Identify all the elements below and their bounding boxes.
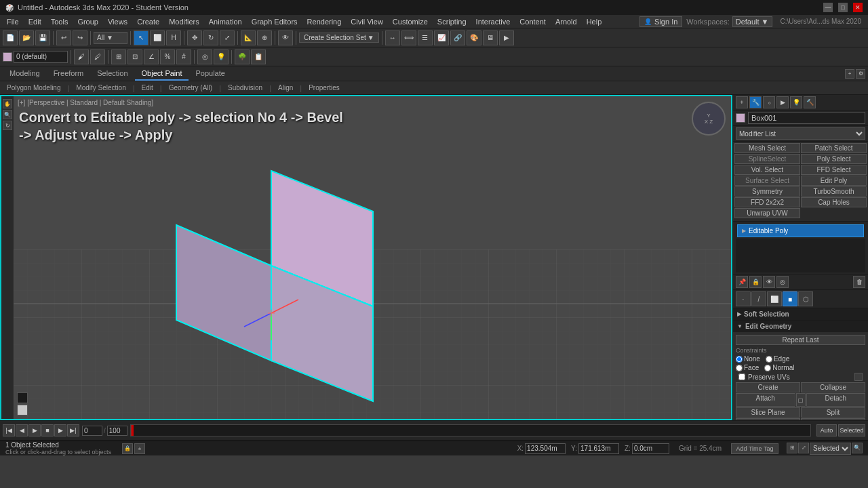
edit-poly-btn[interactable]: Edit Poly: [801, 176, 867, 186]
unwrap-uvw-btn[interactable]: Unwrap UVW: [734, 208, 800, 218]
menu-customize[interactable]: Customize: [389, 16, 432, 27]
next-frame-btn[interactable]: ▶: [54, 424, 66, 436]
editable-poly-modifier[interactable]: ▶ Editable Poly: [737, 224, 864, 237]
selection-type-dropdown[interactable]: Selected: [810, 443, 851, 455]
border-icon[interactable]: ⬜: [767, 291, 782, 306]
zoom-btn[interactable]: 🔍: [3, 110, 12, 119]
new-file-btn[interactable]: 📄: [3, 30, 18, 45]
select-by-name-btn[interactable]: H: [166, 30, 181, 45]
menu-tools[interactable]: Tools: [47, 16, 73, 27]
redo-btn[interactable]: ↪: [73, 30, 87, 45]
minimize-btn[interactable]: —: [823, 3, 833, 12]
subtool-subdivision[interactable]: Subdivision: [224, 83, 267, 92]
align-btn[interactable]: ⟺: [401, 30, 416, 45]
open-file-btn[interactable]: 📂: [19, 30, 34, 45]
object-color-swatch[interactable]: [3, 52, 12, 62]
pin-stack-btn[interactable]: 📌: [736, 276, 748, 288]
select-region-btn[interactable]: ⬜: [150, 30, 165, 45]
save-file-btn[interactable]: 💾: [35, 30, 50, 45]
paint-deform-btn[interactable]: 🖌: [74, 49, 89, 64]
surface-select-btn[interactable]: Surface Select: [734, 176, 800, 186]
mirror-btn[interactable]: ↔: [385, 30, 400, 45]
paint-sel-btn[interactable]: 🖊: [90, 49, 105, 64]
attach-options-btn[interactable]: □: [796, 393, 806, 407]
subtool-geometry[interactable]: Geometry (All): [165, 83, 216, 92]
workspace-dropdown[interactable]: Default ▼: [732, 16, 772, 27]
select-btn[interactable]: ↖: [134, 30, 149, 45]
curve-editor-btn[interactable]: 📈: [434, 30, 449, 45]
auto-key-btn[interactable]: Auto: [816, 424, 837, 436]
subtool-align[interactable]: Align: [274, 83, 297, 92]
mod-color-swatch[interactable]: [736, 113, 745, 123]
time-tag-btn[interactable]: Add Time Tag: [731, 443, 778, 454]
tab-selection[interactable]: Selection: [90, 67, 134, 81]
subtool-modify-selection[interactable]: Modify Selection: [72, 83, 130, 92]
menu-interactive[interactable]: Interactive: [472, 16, 515, 27]
menu-graph-editors[interactable]: Graph Editors: [248, 16, 302, 27]
subtool-polygon-modeling[interactable]: Polygon Modeling: [3, 83, 65, 92]
menu-help[interactable]: Help: [583, 16, 606, 27]
display-panel-btn[interactable]: 💡: [790, 96, 802, 108]
tab-modeling[interactable]: Modeling: [3, 67, 47, 81]
vol-select-btn[interactable]: Vol. Select: [734, 165, 800, 175]
modifier-list-dropdown[interactable]: Modifier List: [736, 127, 865, 140]
collapse-btn[interactable]: Collapse: [801, 382, 865, 392]
menu-modifiers[interactable]: Modifiers: [165, 16, 203, 27]
utilities-panel-btn[interactable]: 🔨: [804, 96, 816, 108]
go-start-btn[interactable]: |◀: [3, 424, 15, 436]
ffd-2x2x2-btn[interactable]: FFD 2x2x2: [734, 197, 800, 207]
spline-select-btn[interactable]: SplineSelect: [734, 154, 800, 164]
rotate-btn[interactable]: ↻: [203, 30, 218, 45]
spinner-snap-btn[interactable]: #: [176, 49, 191, 64]
slice-plane-btn[interactable]: Slice Plane: [736, 407, 800, 418]
edge-icon[interactable]: /: [751, 291, 766, 306]
timeline-track[interactable]: [130, 424, 811, 436]
navigation-gizmo[interactable]: Y X Z: [692, 102, 726, 136]
turbosmooth-btn[interactable]: TurboSmooth: [801, 186, 867, 197]
soft-selection-title[interactable]: ▶ Soft Selection: [733, 308, 868, 320]
lock-stack-btn[interactable]: 🔒: [749, 276, 762, 288]
maximize-btn[interactable]: □: [838, 3, 848, 12]
lock-icon[interactable]: 🔒: [122, 443, 133, 454]
mod-name-input[interactable]: [748, 112, 865, 124]
reset-plane-btn[interactable]: Reset Plane: [801, 418, 865, 420]
edit-geometry-title[interactable]: ▼ Edit Geometry: [733, 321, 868, 332]
menu-edit[interactable]: Edit: [24, 16, 45, 27]
create-btn[interactable]: Create: [736, 382, 800, 392]
scale-btn[interactable]: ⤢: [220, 30, 235, 45]
split-btn[interactable]: Split: [801, 407, 865, 418]
go-end-btn[interactable]: ▶|: [67, 424, 79, 436]
orbit-btn[interactable]: ↻: [3, 121, 12, 130]
set-key-btn[interactable]: Selected: [838, 424, 865, 436]
mesh-select-btn[interactable]: Mesh Select: [734, 143, 800, 153]
menu-content[interactable]: Content: [515, 16, 550, 27]
scene-explorer-btn[interactable]: 🌳: [235, 49, 250, 64]
maximize-viewport-btn[interactable]: ⊞: [787, 443, 797, 453]
motion-panel-btn[interactable]: ▶: [776, 96, 789, 108]
menu-views[interactable]: Views: [104, 16, 132, 27]
tab-freeform[interactable]: Freeform: [47, 67, 91, 81]
background-swatch[interactable]: [17, 405, 28, 415]
move-btn[interactable]: ✥: [187, 30, 202, 45]
constraint-face[interactable]: Face: [736, 364, 759, 371]
patch-select-btn[interactable]: Patch Select: [801, 143, 867, 153]
menu-file[interactable]: File: [3, 16, 23, 27]
menu-scripting[interactable]: Scripting: [433, 16, 471, 27]
create-panel-btn[interactable]: +: [736, 96, 748, 108]
hierarchy-panel-btn[interactable]: ⬦: [763, 96, 775, 108]
close-btn[interactable]: ✕: [853, 3, 863, 12]
coord-y-input[interactable]: [578, 443, 619, 454]
cap-holes-btn[interactable]: Cap Holes: [801, 197, 867, 207]
poly-select-btn[interactable]: Poly Select: [801, 154, 867, 164]
subtool-edit[interactable]: Edit: [138, 83, 157, 92]
view-btn[interactable]: 👁: [278, 30, 293, 45]
preserve-uvs-checkbox[interactable]: [738, 373, 745, 380]
coord-x-input[interactable]: [525, 443, 566, 454]
signin-btn[interactable]: 👤 Sign In: [639, 16, 682, 27]
angle-snap-btn[interactable]: ∠: [144, 49, 159, 64]
slice-btn[interactable]: Slice: [736, 418, 800, 420]
symmetry-btn[interactable]: Symmetry: [734, 186, 800, 197]
attach-btn[interactable]: Attach: [736, 393, 795, 407]
snap-3d-btn[interactable]: ⊡: [127, 49, 142, 64]
constraint-edge[interactable]: Edge: [766, 355, 789, 363]
